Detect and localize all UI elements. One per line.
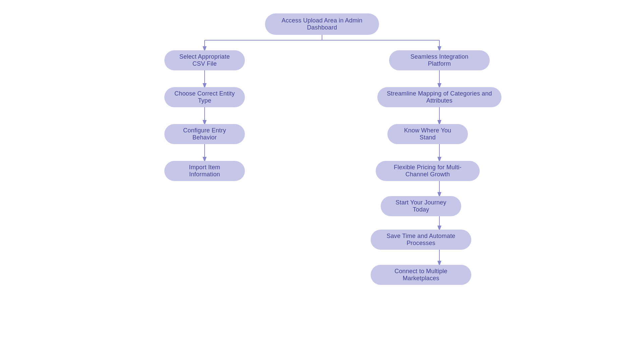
node-select-csv: Select Appropriate CSV File [164, 50, 245, 70]
node-access-upload-area: Access Upload Area in Admin Dashboard [265, 13, 379, 35]
node-connect-marketplaces: Connect to Multiple Marketplaces [371, 265, 471, 285]
node-know-where-you-stand: Know Where You Stand [387, 124, 468, 144]
node-flexible-pricing: Flexible Pricing for Multi-Channel Growt… [376, 161, 480, 181]
node-configure-entry-behavior: Configure Entry Behavior [164, 124, 245, 144]
node-seamless-integration: Seamless Integration Platform [389, 50, 490, 70]
flowchart: Access Upload Area in Admin Dashboard Se… [121, 10, 523, 352]
node-import-item-information: Import Item Information [164, 161, 245, 181]
node-start-journey: Start Your Journey Today [381, 196, 461, 216]
node-save-time-automate: Save Time and Automate Processes [371, 230, 471, 250]
node-choose-entity-type: Choose Correct Entity Type [164, 87, 245, 107]
node-streamline-mapping: Streamline Mapping of Categories and Att… [377, 87, 501, 107]
